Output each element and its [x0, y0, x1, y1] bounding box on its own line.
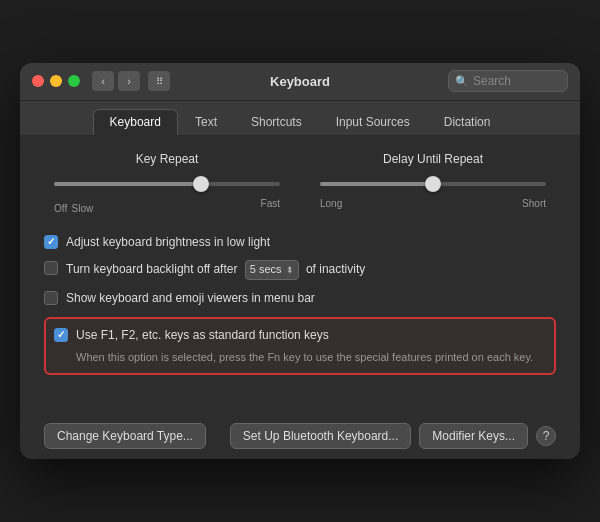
- backlight-label: Turn keyboard backlight off after 5 secs…: [66, 260, 365, 279]
- delay-repeat-track-bar: [320, 182, 546, 186]
- backlight-checkbox[interactable]: [44, 261, 58, 275]
- key-repeat-left-labels: Off Slow: [54, 198, 93, 216]
- key-repeat-slow-label: Slow: [72, 203, 94, 214]
- key-repeat-fill: [54, 182, 201, 186]
- brightness-checkbox[interactable]: [44, 235, 58, 249]
- content-area: Key Repeat Off Slow Fast Delay: [20, 136, 580, 392]
- key-repeat-label: Key Repeat: [54, 152, 280, 166]
- nav-buttons: ‹ › ⠿: [92, 71, 170, 91]
- brightness-row: Adjust keyboard brightness in low light: [44, 234, 556, 251]
- footer-left: Change Keyboard Type...: [44, 423, 206, 449]
- tab-input-sources[interactable]: Input Sources: [319, 109, 427, 135]
- backlight-select-value: 5 secs: [250, 262, 282, 277]
- key-repeat-labels: Off Slow Fast: [54, 198, 280, 216]
- delay-repeat-group: Delay Until Repeat Long Short: [320, 152, 546, 216]
- backlight-suffix: of inactivity: [306, 262, 365, 276]
- grid-button[interactable]: ⠿: [148, 71, 170, 91]
- change-keyboard-button[interactable]: Change Keyboard Type...: [44, 423, 206, 449]
- emoji-checkbox[interactable]: [44, 291, 58, 305]
- delay-repeat-thumb[interactable]: [425, 176, 441, 192]
- tab-keyboard[interactable]: Keyboard: [93, 109, 178, 135]
- delay-repeat-labels: Long Short: [320, 198, 546, 209]
- search-icon: 🔍: [455, 75, 469, 88]
- delay-repeat-fill: [320, 182, 433, 186]
- forward-button[interactable]: ›: [118, 71, 140, 91]
- backlight-select[interactable]: 5 secs ⬍: [245, 260, 299, 279]
- modifier-keys-button[interactable]: Modifier Keys...: [419, 423, 528, 449]
- key-repeat-track: [54, 174, 280, 194]
- fn-keys-sublabel: When this option is selected, press the …: [76, 351, 533, 363]
- delay-repeat-short-label: Short: [522, 198, 546, 209]
- backlight-row: Turn keyboard backlight off after 5 secs…: [44, 260, 556, 279]
- delay-repeat-label: Delay Until Repeat: [320, 152, 546, 166]
- key-repeat-group: Key Repeat Off Slow Fast: [54, 152, 280, 216]
- fn-keys-description: When this option is selected, press the …: [54, 347, 546, 365]
- options-section: Adjust keyboard brightness in low light …: [44, 234, 556, 376]
- help-button[interactable]: ?: [536, 426, 556, 446]
- search-input[interactable]: [473, 74, 553, 88]
- minimize-button[interactable]: [50, 75, 62, 87]
- footer: Change Keyboard Type... Set Up Bluetooth…: [20, 411, 580, 459]
- bluetooth-keyboard-button[interactable]: Set Up Bluetooth Keyboard...: [230, 423, 411, 449]
- key-repeat-fast-label: Fast: [261, 198, 280, 216]
- back-button[interactable]: ‹: [92, 71, 114, 91]
- key-repeat-off-label: Off: [54, 203, 67, 214]
- fn-keys-checkbox[interactable]: [54, 328, 68, 342]
- tab-shortcuts[interactable]: Shortcuts: [234, 109, 319, 135]
- traffic-lights: [32, 75, 80, 87]
- key-repeat-track-bar: [54, 182, 280, 186]
- delay-repeat-long-label: Long: [320, 198, 342, 209]
- backlight-select-arrow: ⬍: [286, 264, 294, 277]
- fn-keys-highlighted-row: Use F1, F2, etc. keys as standard functi…: [44, 317, 556, 376]
- titlebar: ‹ › ⠿ Keyboard 🔍: [20, 63, 580, 101]
- window-title: Keyboard: [270, 74, 330, 89]
- delay-repeat-track: [320, 174, 546, 194]
- maximize-button[interactable]: [68, 75, 80, 87]
- tab-dictation[interactable]: Dictation: [427, 109, 508, 135]
- tab-text[interactable]: Text: [178, 109, 234, 135]
- fn-keys-row: Use F1, F2, etc. keys as standard functi…: [54, 327, 546, 344]
- tabs-bar: Keyboard Text Shortcuts Input Sources Di…: [20, 101, 580, 136]
- fn-keys-label: Use F1, F2, etc. keys as standard functi…: [76, 327, 329, 344]
- emoji-viewer-label: Show keyboard and emoji viewers in menu …: [66, 290, 315, 307]
- sliders-section: Key Repeat Off Slow Fast Delay: [44, 152, 556, 216]
- key-repeat-thumb[interactable]: [193, 176, 209, 192]
- close-button[interactable]: [32, 75, 44, 87]
- emoji-viewer-row: Show keyboard and emoji viewers in menu …: [44, 290, 556, 307]
- search-box[interactable]: 🔍: [448, 70, 568, 92]
- footer-right: Set Up Bluetooth Keyboard... Modifier Ke…: [230, 423, 556, 449]
- brightness-label: Adjust keyboard brightness in low light: [66, 234, 270, 251]
- keyboard-window: ‹ › ⠿ Keyboard 🔍 Keyboard Text Shortcuts…: [20, 63, 580, 460]
